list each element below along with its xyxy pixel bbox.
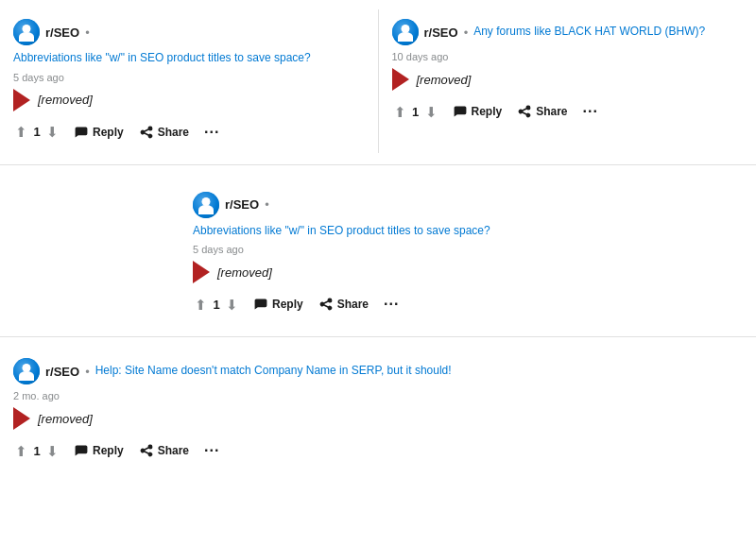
comment-card-1: r/SEO • Abbreviations like "w/" in SEO p…: [0, 9, 378, 153]
share-icon-1: [139, 125, 154, 140]
comment-header-3: r/SEO • Abbreviations like "w/" in SEO p…: [193, 192, 563, 239]
vote-area-4: ⬆ 1 ⬇: [13, 442, 60, 460]
reply-icon-1: [74, 125, 89, 140]
downvote-icon-2: ⬇: [425, 105, 438, 119]
action-bar-4: ⬆ 1 ⬇ Reply Share ···: [13, 439, 743, 462]
dot-4: •: [85, 365, 90, 379]
avatar-2: [392, 19, 419, 45]
removed-text-3: [removed]: [217, 265, 272, 280]
more-btn-4[interactable]: ···: [198, 440, 225, 461]
subreddit-4[interactable]: r/SEO: [45, 365, 79, 379]
arrow-icon-4: [13, 407, 30, 430]
post-title-1[interactable]: Abbreviations like "w/" in SEO product t…: [13, 51, 311, 66]
bottom-row: r/SEO • Help: Site Name doesn't match Co…: [0, 345, 756, 475]
vote-area-2: ⬆ 1 ⬇: [392, 103, 439, 121]
reply-btn-3[interactable]: Reply: [248, 293, 309, 316]
downvote-btn-2[interactable]: ⬇: [423, 103, 439, 121]
reply-btn-4[interactable]: Reply: [68, 439, 129, 462]
timestamp-2: 10 days ago: [392, 51, 744, 62]
upvote-icon-2: ⬆: [394, 105, 406, 119]
share-icon-4: [139, 443, 154, 458]
comment-header-4: r/SEO • Help: Site Name doesn't match Co…: [13, 358, 743, 384]
post-title-2[interactable]: Any forums like BLACK HAT WORLD (BHW)?: [473, 25, 705, 40]
dot-2: •: [464, 26, 469, 40]
upvote-btn-3[interactable]: ⬆: [193, 296, 209, 314]
upvote-btn-1[interactable]: ⬆: [13, 123, 29, 141]
more-btn-1[interactable]: ···: [198, 122, 225, 143]
share-icon-3: [318, 297, 334, 312]
comment-card-3: r/SEO • Abbreviations like "w/" in SEO p…: [180, 182, 576, 326]
reply-btn-2[interactable]: Reply: [447, 100, 508, 123]
removed-text-4: [removed]: [38, 412, 93, 426]
reply-btn-1[interactable]: Reply: [68, 121, 129, 144]
reply-icon-2: [453, 104, 468, 119]
vote-count-2: 1: [412, 105, 420, 119]
removed-text-2: [removed]: [417, 73, 472, 87]
action-bar-3: ⬆ 1 ⬇ Reply Share ···: [193, 293, 563, 316]
downvote-btn-3[interactable]: ⬇: [224, 296, 240, 314]
share-btn-4[interactable]: Share: [133, 439, 195, 462]
action-bar-1: ⬆ 1 ⬇ Reply Share ···: [13, 121, 365, 144]
downvote-icon-1: ⬇: [46, 125, 59, 139]
vote-area-1: ⬆ 1 ⬇: [13, 123, 60, 141]
share-btn-2[interactable]: Share: [511, 100, 573, 123]
timestamp-4: 2 mo. ago: [13, 390, 743, 401]
arrow-icon-2: [392, 68, 409, 91]
upvote-btn-4[interactable]: ⬆: [13, 442, 29, 460]
vote-count-3: 1: [213, 298, 220, 312]
downvote-btn-4[interactable]: ⬇: [44, 442, 60, 460]
comment-card-2: r/SEO • Any forums like BLACK HAT WORLD …: [378, 9, 757, 153]
removed-text-1: [removed]: [38, 93, 93, 107]
more-btn-3[interactable]: ···: [378, 294, 404, 315]
upvote-icon-3: ⬆: [195, 298, 207, 312]
subreddit-3[interactable]: r/SEO: [225, 197, 259, 212]
avatar-3: [193, 192, 219, 218]
vote-count-1: 1: [33, 125, 41, 139]
removed-row-2: [removed]: [392, 68, 744, 91]
subreddit-1[interactable]: r/SEO: [45, 26, 79, 40]
vote-count-4: 1: [33, 444, 41, 458]
comment-header-2: r/SEO • Any forums like BLACK HAT WORLD …: [392, 19, 744, 45]
action-bar-2: ⬆ 1 ⬇ Reply Share ···: [392, 100, 744, 123]
upvote-btn-2[interactable]: ⬆: [392, 103, 408, 121]
downvote-icon-4: ⬇: [46, 444, 59, 458]
middle-row: r/SEO • Abbreviations like "w/" in SEO p…: [0, 173, 756, 338]
arrow-icon-3: [193, 261, 210, 283]
share-btn-3[interactable]: Share: [313, 293, 374, 316]
timestamp-1: 5 days ago: [13, 72, 365, 83]
comment-card-4: r/SEO • Help: Site Name doesn't match Co…: [13, 354, 743, 466]
post-title-4[interactable]: Help: Site Name doesn't match Company Na…: [95, 364, 452, 379]
dot-3: •: [265, 197, 269, 212]
upvote-icon-1: ⬆: [15, 125, 27, 139]
downvote-btn-1[interactable]: ⬇: [44, 123, 60, 141]
top-row: r/SEO • Abbreviations like "w/" in SEO p…: [0, 9, 756, 165]
downvote-icon-3: ⬇: [226, 298, 238, 312]
dot-1: •: [85, 26, 90, 40]
subreddit-2[interactable]: r/SEO: [424, 26, 458, 40]
more-btn-2[interactable]: ···: [577, 101, 604, 122]
removed-row-3: [removed]: [193, 261, 563, 283]
vote-area-3: ⬆ 1 ⬇: [193, 296, 240, 314]
reply-icon-4: [74, 443, 89, 458]
removed-row-1: [removed]: [13, 89, 365, 111]
removed-row-4: [removed]: [13, 407, 743, 430]
post-title-3[interactable]: Abbreviations like "w/" in SEO product t…: [193, 224, 490, 239]
page-container: r/SEO • Abbreviations like "w/" in SEO p…: [0, 0, 756, 485]
upvote-icon-4: ⬆: [15, 444, 27, 458]
comment-header-1: r/SEO • Abbreviations like "w/" in SEO p…: [13, 19, 365, 66]
share-btn-1[interactable]: Share: [133, 121, 195, 144]
timestamp-3: 5 days ago: [193, 244, 563, 255]
arrow-icon-1: [13, 89, 30, 111]
share-icon-2: [517, 104, 532, 119]
reply-icon-3: [253, 297, 268, 312]
avatar-4: [13, 358, 40, 384]
avatar-1: [13, 19, 40, 45]
